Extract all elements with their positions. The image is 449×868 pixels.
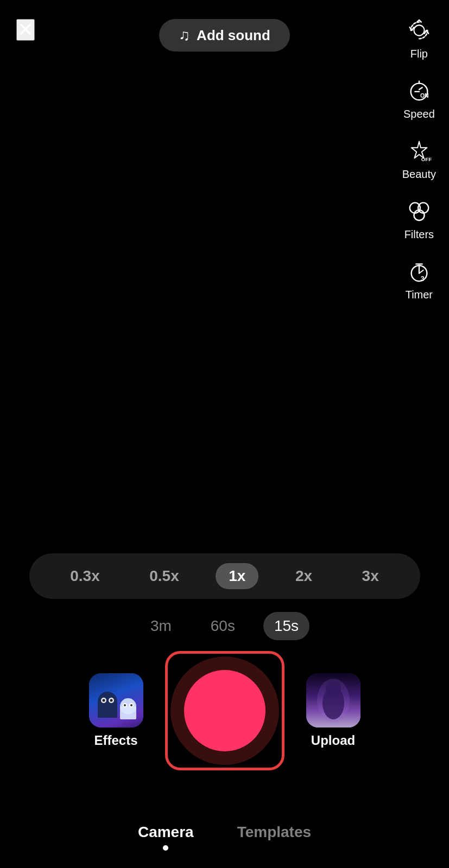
effects-ghost-light-icon xyxy=(116,697,140,725)
svg-text:3: 3 xyxy=(421,275,425,283)
filters-control[interactable]: Filters xyxy=(404,197,434,241)
svg-point-14 xyxy=(110,699,112,702)
camera-controls-row: Effects xyxy=(0,651,449,770)
beauty-control[interactable]: OFF Beauty xyxy=(402,137,436,181)
speed-0.5x[interactable]: 0.5x xyxy=(136,563,192,589)
speed-2x[interactable]: 2x xyxy=(282,563,325,589)
right-controls: Flip ON Speed OFF Beauty xyxy=(402,16,436,301)
timer-label: Timer xyxy=(406,289,433,301)
beauty-icon: OFF xyxy=(405,137,433,165)
svg-rect-16 xyxy=(120,706,136,719)
speed-1x[interactable]: 1x xyxy=(216,563,258,589)
beauty-label: Beauty xyxy=(402,168,436,181)
filters-icon xyxy=(405,197,433,225)
duration-15s[interactable]: 15s xyxy=(263,612,309,640)
flip-label: Flip xyxy=(410,48,428,60)
flip-icon xyxy=(405,16,433,44)
svg-point-19 xyxy=(124,704,126,706)
nav-camera-label: Camera xyxy=(138,824,194,841)
add-sound-button[interactable]: ♫ Add sound xyxy=(159,19,290,52)
bottom-area: 0.3x 0.5x 1x 2x 3x 3m 60s 15s xyxy=(0,553,449,868)
speed-label: Speed xyxy=(403,108,435,120)
effects-label: Effects xyxy=(94,733,137,748)
nav-templates[interactable]: Templates xyxy=(237,824,311,851)
svg-point-0 xyxy=(414,25,424,35)
flip-control[interactable]: Flip xyxy=(405,16,433,60)
nav-templates-label: Templates xyxy=(237,824,311,841)
add-sound-label: Add sound xyxy=(197,27,270,44)
filters-label: Filters xyxy=(404,228,434,241)
duration-selector: 3m 60s 15s xyxy=(140,612,309,640)
upload-button[interactable]: Upload xyxy=(306,673,361,748)
svg-point-13 xyxy=(102,699,105,702)
timer-icon: 3 xyxy=(405,257,433,285)
duration-3m[interactable]: 3m xyxy=(140,612,182,640)
effects-button[interactable]: Effects xyxy=(89,673,143,748)
nav-camera[interactable]: Camera xyxy=(138,824,194,851)
svg-rect-10 xyxy=(98,701,117,718)
bottom-nav: Camera Templates xyxy=(0,814,449,868)
svg-text:OFF: OFF xyxy=(421,156,432,162)
svg-point-24 xyxy=(317,679,350,722)
upload-label: Upload xyxy=(311,733,355,748)
nav-camera-dot xyxy=(163,845,168,851)
close-button[interactable]: ✕ xyxy=(16,19,35,41)
effects-icon xyxy=(89,673,143,727)
svg-point-20 xyxy=(130,704,132,706)
record-border xyxy=(165,651,284,770)
speed-selector: 0.3x 0.5x 1x 2x 3x xyxy=(29,553,420,599)
timer-control[interactable]: 3 Timer xyxy=(405,257,433,301)
record-button-container xyxy=(165,651,284,770)
music-note-icon: ♫ xyxy=(179,27,190,44)
svg-text:ON: ON xyxy=(420,92,429,99)
duration-60s[interactable]: 60s xyxy=(200,612,246,640)
speed-3x[interactable]: 3x xyxy=(349,563,392,589)
speed-0.3x[interactable]: 0.3x xyxy=(57,563,113,589)
upload-icon xyxy=(306,673,361,727)
header: ✕ ♫ Add sound xyxy=(0,0,449,54)
speed-control[interactable]: ON Speed xyxy=(403,76,435,120)
speed-icon: ON xyxy=(405,76,433,105)
